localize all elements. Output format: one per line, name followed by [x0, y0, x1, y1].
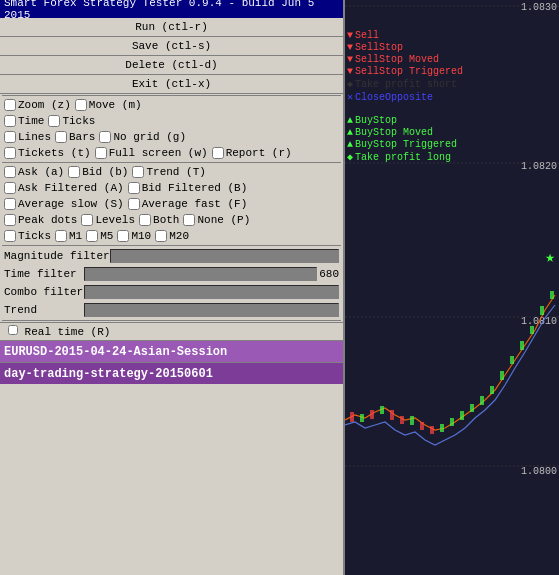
svg-rect-18 — [490, 386, 494, 394]
session-first-row[interactable]: EURUSD-2015-04-24-Asian-Session — [0, 340, 343, 362]
tickets-label[interactable]: Tickets (t) — [4, 147, 91, 159]
none-checkbox[interactable] — [183, 214, 195, 226]
svg-rect-24 — [550, 291, 554, 299]
peakdots-label[interactable]: Peak dots — [4, 214, 77, 226]
ticks-period-text: Ticks — [18, 230, 51, 242]
nogrid-label[interactable]: No grid (g) — [99, 131, 186, 143]
bars-text: Bars — [69, 131, 95, 143]
left-panel: Smart Forex Strategy Tester 0.9.4 - buil… — [0, 0, 345, 575]
levels-checkbox[interactable] — [81, 214, 93, 226]
zoom-label[interactable]: Zoom (z) — [4, 99, 71, 111]
ask-text: Ask (a) — [18, 166, 64, 178]
both-label[interactable]: Both — [139, 214, 179, 226]
svg-rect-14 — [450, 418, 454, 426]
chart-svg[interactable] — [345, 0, 559, 575]
chart-panel: 1.0830 1.0820 1.0810 1.0800 ▼ Sell ▼ Sel… — [345, 0, 559, 575]
askfiltered-label[interactable]: Ask Filtered (A) — [4, 182, 124, 194]
lines-label[interactable]: Lines — [4, 131, 51, 143]
bidfiltered-text: Bid Filtered (B) — [142, 182, 248, 194]
realtime-label[interactable]: Real time (R) — [8, 325, 110, 338]
report-checkbox[interactable] — [212, 147, 224, 159]
trend-row: Trend — [0, 301, 343, 319]
svg-rect-19 — [500, 371, 504, 380]
avgslow-checkbox[interactable] — [4, 198, 16, 210]
ask-checkbox[interactable] — [4, 166, 16, 178]
run-row: Run (ctl-r) — [0, 18, 343, 37]
bars-checkbox[interactable] — [55, 131, 67, 143]
askfiltered-checkbox[interactable] — [4, 182, 16, 194]
magnitude-input[interactable] — [110, 249, 339, 263]
combo-filter-input[interactable] — [84, 285, 339, 299]
ask-label[interactable]: Ask (a) — [4, 166, 64, 178]
bidfiltered-label[interactable]: Bid Filtered (B) — [128, 182, 248, 194]
ticks-checkbox[interactable] — [48, 115, 60, 127]
lines-text: Lines — [18, 131, 51, 143]
tickets-row: Tickets (t) Full screen (w) Report (r) — [0, 145, 343, 161]
peaks-row: Peak dots Levels Both None (P) — [0, 212, 343, 228]
trend-checkbox[interactable] — [132, 166, 144, 178]
bars-label[interactable]: Bars — [55, 131, 95, 143]
avgslow-label[interactable]: Average slow (S) — [4, 198, 124, 210]
svg-rect-5 — [360, 414, 364, 422]
m5-text: M5 — [100, 230, 113, 242]
bidfiltered-checkbox[interactable] — [128, 182, 140, 194]
both-checkbox[interactable] — [139, 214, 151, 226]
combo-filter-row: Combo filter — [0, 283, 343, 301]
ask-bid-row: Ask (a) Bid (b) Trend (T) — [0, 164, 343, 180]
fullscreen-label[interactable]: Full screen (w) — [95, 147, 208, 159]
realtime-checkbox[interactable] — [8, 325, 18, 335]
fullscreen-checkbox[interactable] — [95, 147, 107, 159]
bid-label[interactable]: Bid (b) — [68, 166, 128, 178]
tickets-checkbox[interactable] — [4, 147, 16, 159]
realtime-row: Real time (R) — [0, 322, 343, 340]
m1-label[interactable]: M1 — [55, 230, 82, 242]
time-filter-value: 680 — [319, 268, 339, 280]
ticks-label[interactable]: Ticks — [48, 115, 95, 127]
move-checkbox[interactable] — [75, 99, 87, 111]
divider-3 — [2, 245, 341, 246]
m10-checkbox[interactable] — [117, 230, 129, 242]
session-second-row[interactable]: day-trading-strategy-20150601 — [0, 362, 343, 384]
run-button[interactable]: Run (ctl-r) — [2, 19, 341, 35]
divider-2 — [2, 162, 341, 163]
report-text: Report (r) — [226, 147, 292, 159]
delete-row: Delete (ctl-d) — [0, 56, 343, 75]
svg-rect-13 — [440, 424, 444, 432]
delete-button[interactable]: Delete (ctl-d) — [2, 57, 341, 73]
m10-label[interactable]: M10 — [117, 230, 151, 242]
m20-checkbox[interactable] — [155, 230, 167, 242]
none-label[interactable]: None (P) — [183, 214, 250, 226]
svg-rect-21 — [520, 341, 524, 350]
time-checkbox[interactable] — [4, 115, 16, 127]
m1-checkbox[interactable] — [55, 230, 67, 242]
report-label[interactable]: Report (r) — [212, 147, 292, 159]
trend-label[interactable]: Trend (T) — [132, 166, 205, 178]
time-label[interactable]: Time — [4, 115, 44, 127]
time-filter-input[interactable] — [84, 267, 317, 281]
move-label[interactable]: Move (m) — [75, 99, 142, 111]
trend-input[interactable] — [84, 303, 339, 317]
move-text: Move (m) — [89, 99, 142, 111]
m20-label[interactable]: M20 — [155, 230, 189, 242]
ticks-period-checkbox[interactable] — [4, 230, 16, 242]
peakdots-checkbox[interactable] — [4, 214, 16, 226]
zoom-checkbox[interactable] — [4, 99, 16, 111]
combo-filter-label: Combo filter — [4, 286, 84, 298]
svg-rect-8 — [390, 410, 394, 420]
exit-button[interactable]: Exit (ctl-x) — [2, 76, 341, 92]
ticks-period-label[interactable]: Ticks — [4, 230, 51, 242]
m5-checkbox[interactable] — [86, 230, 98, 242]
divider-1 — [2, 95, 341, 96]
svg-rect-15 — [460, 411, 464, 420]
avgfast-label[interactable]: Average fast (F) — [128, 198, 248, 210]
save-row: Save (ctl-s) — [0, 37, 343, 56]
levels-label[interactable]: Levels — [81, 214, 135, 226]
m5-label[interactable]: M5 — [86, 230, 113, 242]
bid-checkbox[interactable] — [68, 166, 80, 178]
lines-checkbox[interactable] — [4, 131, 16, 143]
svg-rect-20 — [510, 356, 514, 364]
avgfast-checkbox[interactable] — [128, 198, 140, 210]
save-button[interactable]: Save (ctl-s) — [2, 38, 341, 54]
nogrid-checkbox[interactable] — [99, 131, 111, 143]
svg-rect-17 — [480, 396, 484, 405]
